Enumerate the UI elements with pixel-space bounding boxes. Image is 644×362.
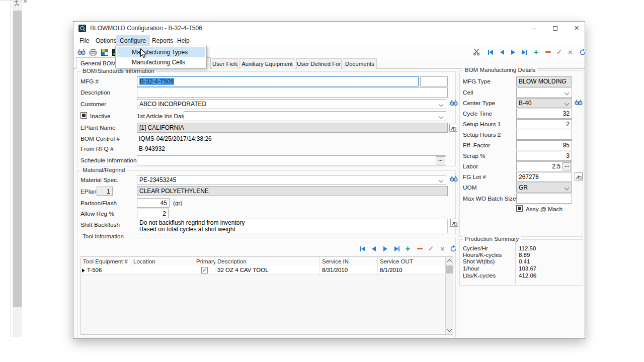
parison-flash-field[interactable]: 45 bbox=[137, 198, 170, 208]
find-icon[interactable] bbox=[77, 48, 86, 56]
first-article-dropdown[interactable] bbox=[184, 111, 446, 121]
mfg-number-field[interactable]: B-32-4-T506 bbox=[137, 76, 419, 86]
eplant-number-field[interactable]: 1 bbox=[97, 187, 113, 196]
eplant-label: EPlant bbox=[80, 188, 98, 195]
inactive-checkbox[interactable] bbox=[80, 112, 87, 119]
customer-search-icon[interactable] bbox=[450, 100, 458, 108]
description-field[interactable] bbox=[137, 87, 448, 98]
setup-hours2-field[interactable] bbox=[516, 130, 572, 140]
material-search-icon[interactable] bbox=[450, 175, 458, 184]
grid-add-icon[interactable]: + bbox=[404, 244, 412, 253]
chevron-up-icon[interactable] bbox=[447, 259, 452, 264]
eff-factor-field[interactable]: 95 bbox=[516, 140, 572, 150]
material-spec-dropdown[interactable]: PE-23453245 bbox=[137, 175, 446, 185]
tab-user-fields[interactable]: User Fields bbox=[212, 58, 238, 69]
tab-auxiliary-equipment[interactable]: Auxiliary Equipment bbox=[239, 58, 295, 69]
record-first-icon[interactable] bbox=[486, 48, 495, 56]
post-record-icon[interactable]: ✓ bbox=[555, 48, 564, 56]
tab-user-defined-form[interactable]: User Defined Form bbox=[296, 58, 342, 69]
eplant-name-field[interactable]: [1] CALIFORNIA bbox=[137, 123, 448, 133]
record-next-icon[interactable] bbox=[509, 48, 517, 56]
mfg-type-field[interactable]: BLOW MOLDING bbox=[516, 76, 572, 86]
background-tab-close-icon[interactable]: × bbox=[23, 0, 28, 5]
center-type-dropdown[interactable]: B-40 bbox=[516, 98, 572, 108]
table-row-cell-location[interactable] bbox=[131, 266, 194, 275]
tab-documents[interactable]: Documents bbox=[343, 58, 377, 69]
center-type-search-icon[interactable] bbox=[575, 99, 583, 107]
allow-reg-field[interactable]: 2 bbox=[137, 209, 169, 218]
table-row-cell-service-in[interactable]: 8/31/2010 bbox=[320, 266, 378, 275]
cell-value: T-506 bbox=[87, 267, 102, 273]
grid-record-prev-icon[interactable] bbox=[369, 244, 378, 253]
menu-item-manufacturing-cells[interactable]: Manufacturing Cells bbox=[117, 57, 205, 67]
table-row-cell-equipment[interactable]: T-506 bbox=[81, 266, 131, 275]
close-button[interactable]: × bbox=[569, 22, 584, 35]
setup-hours1-field[interactable]: 2 bbox=[516, 119, 572, 129]
material-description-field[interactable]: CLEAR POLYETHYLENE bbox=[137, 186, 448, 196]
add-record-icon[interactable]: + bbox=[532, 48, 540, 56]
chevron-down-icon[interactable] bbox=[447, 327, 452, 332]
center-type-value: B-40 bbox=[519, 100, 531, 107]
grid-refresh-icon[interactable] bbox=[449, 244, 457, 253]
menu-help[interactable]: Help bbox=[173, 35, 194, 46]
group-production-summary: Production Summary Cycles/Hr 112.50 Hour… bbox=[459, 239, 583, 286]
chevron-down-icon bbox=[439, 114, 444, 119]
shift-backflush-field[interactable]: Do not backflush regrind from inventory … bbox=[137, 219, 448, 233]
grid-record-last-icon[interactable] bbox=[392, 244, 401, 253]
assy-at-mach-checkbox[interactable] bbox=[516, 205, 523, 212]
group-tool-information: Tool Information + ✓ × Tool Equipment # … bbox=[77, 237, 456, 337]
menu-configure[interactable]: Configure bbox=[116, 35, 150, 46]
eplant-goto-button[interactable] bbox=[449, 124, 457, 132]
record-prev-icon[interactable] bbox=[498, 48, 506, 56]
grid-delete-icon[interactable] bbox=[416, 244, 424, 253]
menu-item-manufacturing-types[interactable]: Manufacturing Types bbox=[117, 47, 205, 57]
background-scrollbar[interactable] bbox=[13, 1, 22, 337]
grid-scrollbar-thumb[interactable] bbox=[446, 265, 453, 274]
record-last-icon[interactable] bbox=[520, 48, 528, 56]
scissors-icon[interactable] bbox=[472, 48, 481, 56]
uom-dropdown[interactable]: GR bbox=[516, 183, 572, 193]
refresh-icon[interactable] bbox=[578, 48, 587, 56]
grid-record-first-icon[interactable] bbox=[358, 244, 367, 253]
fg-lot-field[interactable]: 267276 bbox=[516, 172, 572, 182]
col-service-in[interactable]: Service IN bbox=[320, 257, 378, 266]
max-wo-field[interactable] bbox=[516, 194, 572, 204]
fg-lot-goto-button[interactable] bbox=[575, 172, 583, 180]
table-row-cell-description[interactable]: 32 OZ 4 CAV TOOL bbox=[215, 266, 320, 275]
scrollbar-thumb[interactable] bbox=[13, 11, 22, 307]
tool-grid: Tool Equipment # Location Primary Descri… bbox=[80, 256, 453, 335]
primary-checkbox[interactable]: ✓ bbox=[201, 267, 208, 274]
group-title: Production Summary bbox=[463, 236, 521, 242]
col-tool-equipment[interactable]: Tool Equipment # bbox=[81, 257, 131, 266]
labor-ellipsis-button[interactable]: ... bbox=[562, 162, 571, 170]
scrap-field[interactable]: 3 bbox=[516, 151, 572, 161]
schedule-info-field[interactable] bbox=[137, 155, 446, 165]
menu-file[interactable]: File bbox=[75, 35, 93, 46]
titlebar[interactable]: BLOWMOLD Configuration - B-32-4-T506 – × bbox=[73, 22, 585, 35]
col-service-out[interactable]: Service OUT bbox=[378, 257, 446, 266]
grid-post-icon[interactable]: ✓ bbox=[427, 244, 435, 253]
grid-cancel-icon[interactable]: × bbox=[438, 244, 447, 253]
cancel-record-icon[interactable]: × bbox=[566, 48, 575, 56]
delete-record-icon[interactable] bbox=[544, 48, 552, 56]
background-tab-new-icon[interactable]: + bbox=[14, 0, 19, 5]
col-description[interactable]: Description bbox=[215, 257, 320, 266]
cycle-time-field[interactable]: 32 bbox=[516, 109, 572, 119]
hours-kcycles-label: Hours/K-cycles bbox=[463, 252, 502, 258]
grid-record-next-icon[interactable] bbox=[381, 244, 389, 253]
shift-backflush-goto-button[interactable] bbox=[450, 219, 458, 227]
cell-dropdown[interactable] bbox=[516, 87, 572, 98]
table-row-cell-service-out[interactable]: 8/1/2010 bbox=[378, 266, 446, 275]
col-primary[interactable]: Primary bbox=[194, 257, 215, 266]
customer-dropdown[interactable]: ABCO INCORPORATED bbox=[137, 99, 446, 109]
grid-scrollbar[interactable] bbox=[445, 257, 453, 334]
maximize-button[interactable] bbox=[547, 22, 562, 35]
bom-grid-icon[interactable] bbox=[100, 48, 109, 56]
col-location[interactable]: Location bbox=[131, 257, 194, 266]
app-icon bbox=[78, 25, 86, 32]
print-icon[interactable] bbox=[89, 48, 97, 56]
schedule-ellipsis-button[interactable]: ... bbox=[436, 156, 445, 164]
table-row-cell-primary[interactable]: ✓ bbox=[194, 266, 215, 275]
mfg-revision-field[interactable] bbox=[420, 76, 448, 86]
minimize-button[interactable]: – bbox=[526, 22, 541, 35]
